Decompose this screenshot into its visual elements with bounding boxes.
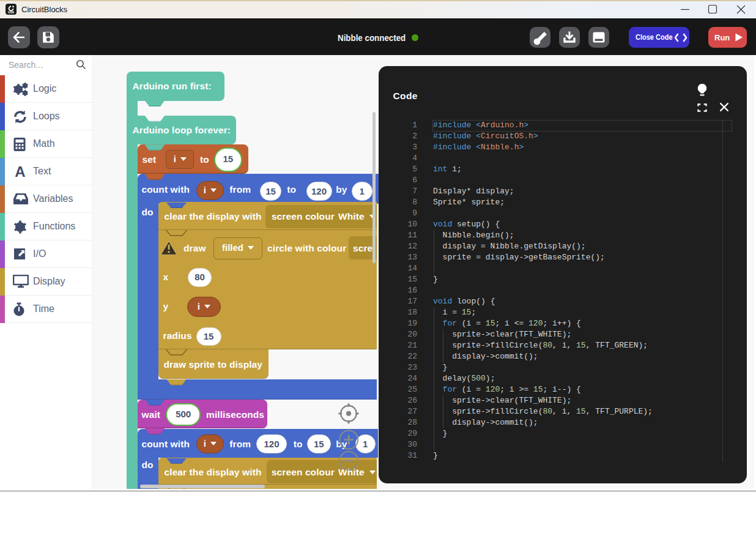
svg-text:A: A [15,165,25,179]
